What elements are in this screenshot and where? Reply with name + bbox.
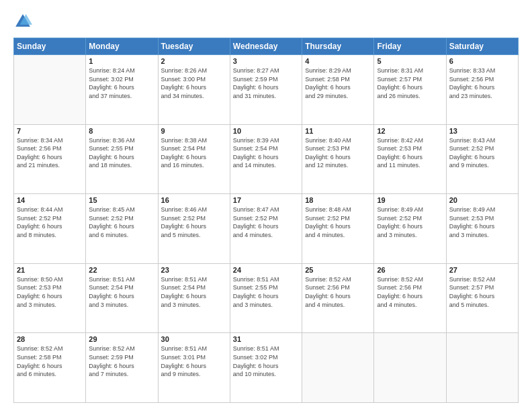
calendar-cell: 13Sunrise: 8:43 AMSunset: 2:52 PMDayligh… (446, 124, 518, 194)
day-detail: Sunrise: 8:46 AMSunset: 2:52 PMDaylight:… (161, 205, 227, 239)
calendar-cell: 16Sunrise: 8:46 AMSunset: 2:52 PMDayligh… (158, 194, 230, 264)
calendar-cell (302, 333, 374, 403)
day-number: 4 (305, 57, 371, 65)
day-detail: Sunrise: 8:29 AMSunset: 2:58 PMDaylight:… (305, 66, 371, 100)
day-number: 1 (89, 57, 154, 65)
day-number: 24 (233, 266, 299, 274)
calendar-cell: 24Sunrise: 8:51 AMSunset: 2:55 PMDayligh… (230, 263, 302, 333)
calendar-cell: 26Sunrise: 8:52 AMSunset: 2:56 PMDayligh… (374, 263, 446, 333)
calendar-cell: 10Sunrise: 8:39 AMSunset: 2:54 PMDayligh… (230, 124, 302, 194)
day-detail: Sunrise: 8:52 AMSunset: 2:59 PMDaylight:… (89, 345, 154, 378)
calendar-cell (374, 333, 446, 403)
calendar-cell: 23Sunrise: 8:51 AMSunset: 2:54 PMDayligh… (158, 263, 230, 333)
weekday-header: Tuesday (158, 38, 230, 55)
day-number: 30 (161, 335, 227, 343)
day-number: 13 (449, 127, 515, 135)
day-number: 12 (377, 127, 443, 135)
weekday-header: Wednesday (230, 38, 302, 55)
day-detail: Sunrise: 8:24 AMSunset: 3:02 PMDaylight:… (89, 66, 154, 100)
weekday-header: Thursday (302, 38, 374, 55)
day-detail: Sunrise: 8:50 AMSunset: 2:53 PMDaylight:… (17, 275, 83, 309)
day-detail: Sunrise: 8:31 AMSunset: 2:57 PMDaylight:… (377, 66, 443, 100)
calendar-cell: 7Sunrise: 8:34 AMSunset: 2:56 PMDaylight… (14, 124, 86, 194)
day-number: 10 (233, 127, 299, 135)
day-number: 28 (17, 335, 83, 343)
day-detail: Sunrise: 8:51 AMSunset: 2:55 PMDaylight:… (233, 275, 299, 309)
day-number: 19 (377, 196, 443, 204)
day-number: 15 (89, 196, 154, 204)
calendar-cell: 14Sunrise: 8:44 AMSunset: 2:52 PMDayligh… (14, 194, 86, 264)
day-detail: Sunrise: 8:36 AMSunset: 2:55 PMDaylight:… (89, 136, 154, 170)
day-detail: Sunrise: 8:47 AMSunset: 2:52 PMDaylight:… (233, 205, 299, 239)
calendar-header: SundayMondayTuesdayWednesdayThursdayFrid… (14, 38, 519, 55)
day-detail: Sunrise: 8:43 AMSunset: 2:52 PMDaylight:… (449, 136, 515, 170)
calendar-cell: 15Sunrise: 8:45 AMSunset: 2:52 PMDayligh… (86, 194, 158, 264)
weekday-header: Sunday (14, 38, 86, 55)
day-number: 26 (377, 266, 443, 274)
day-number: 21 (17, 266, 83, 274)
day-number: 25 (305, 266, 371, 274)
day-number: 2 (161, 57, 227, 65)
day-number: 18 (305, 196, 371, 204)
calendar-cell: 6Sunrise: 8:33 AMSunset: 2:56 PMDaylight… (446, 55, 518, 125)
day-number: 17 (233, 196, 299, 204)
day-detail: Sunrise: 8:33 AMSunset: 2:56 PMDaylight:… (449, 66, 515, 100)
day-detail: Sunrise: 8:51 AMSunset: 2:54 PMDaylight:… (89, 275, 154, 309)
day-detail: Sunrise: 8:52 AMSunset: 2:56 PMDaylight:… (305, 275, 371, 309)
calendar-cell: 21Sunrise: 8:50 AMSunset: 2:53 PMDayligh… (14, 263, 86, 333)
day-number: 31 (233, 335, 299, 343)
day-detail: Sunrise: 8:48 AMSunset: 2:52 PMDaylight:… (305, 205, 371, 239)
calendar-cell: 18Sunrise: 8:48 AMSunset: 2:52 PMDayligh… (302, 194, 374, 264)
day-number: 16 (161, 196, 227, 204)
calendar-cell (14, 55, 86, 125)
day-detail: Sunrise: 8:45 AMSunset: 2:52 PMDaylight:… (89, 205, 154, 239)
day-number: 14 (17, 196, 83, 204)
calendar-cell: 11Sunrise: 8:40 AMSunset: 2:53 PMDayligh… (302, 124, 374, 194)
calendar-cell: 25Sunrise: 8:52 AMSunset: 2:56 PMDayligh… (302, 263, 374, 333)
calendar-cell (446, 333, 518, 403)
calendar-week: 1Sunrise: 8:24 AMSunset: 3:02 PMDaylight… (14, 55, 519, 125)
weekday-header: Monday (86, 38, 158, 55)
calendar-cell: 22Sunrise: 8:51 AMSunset: 2:54 PMDayligh… (86, 263, 158, 333)
day-number: 7 (17, 127, 83, 135)
calendar-cell: 8Sunrise: 8:36 AMSunset: 2:55 PMDaylight… (86, 124, 158, 194)
day-detail: Sunrise: 8:27 AMSunset: 2:59 PMDaylight:… (233, 66, 299, 100)
calendar-cell: 20Sunrise: 8:49 AMSunset: 2:53 PMDayligh… (446, 194, 518, 264)
day-number: 6 (449, 57, 515, 65)
calendar-week: 28Sunrise: 8:52 AMSunset: 2:58 PMDayligh… (14, 333, 519, 403)
calendar-cell: 3Sunrise: 8:27 AMSunset: 2:59 PMDaylight… (230, 55, 302, 125)
calendar-cell: 19Sunrise: 8:49 AMSunset: 2:52 PMDayligh… (374, 194, 446, 264)
page: SundayMondayTuesdayWednesdayThursdayFrid… (0, 0, 532, 411)
calendar-cell: 31Sunrise: 8:51 AMSunset: 3:02 PMDayligh… (230, 333, 302, 403)
day-detail: Sunrise: 8:51 AMSunset: 3:01 PMDaylight:… (161, 345, 227, 378)
day-number: 3 (233, 57, 299, 65)
day-number: 11 (305, 127, 371, 135)
day-detail: Sunrise: 8:40 AMSunset: 2:53 PMDaylight:… (305, 136, 371, 170)
day-detail: Sunrise: 8:26 AMSunset: 3:00 PMDaylight:… (161, 66, 227, 100)
day-number: 22 (89, 266, 154, 274)
calendar-body: 1Sunrise: 8:24 AMSunset: 3:02 PMDaylight… (14, 55, 519, 403)
day-number: 5 (377, 57, 443, 65)
header (13, 12, 519, 31)
calendar-cell: 28Sunrise: 8:52 AMSunset: 2:58 PMDayligh… (14, 333, 86, 403)
day-number: 9 (161, 127, 227, 135)
calendar-cell: 29Sunrise: 8:52 AMSunset: 2:59 PMDayligh… (86, 333, 158, 403)
calendar-cell: 9Sunrise: 8:38 AMSunset: 2:54 PMDaylight… (158, 124, 230, 194)
weekday-header: Saturday (446, 38, 518, 55)
day-detail: Sunrise: 8:52 AMSunset: 2:58 PMDaylight:… (17, 345, 83, 378)
calendar-cell: 30Sunrise: 8:51 AMSunset: 3:01 PMDayligh… (158, 333, 230, 403)
calendar-week: 14Sunrise: 8:44 AMSunset: 2:52 PMDayligh… (14, 194, 519, 264)
calendar-week: 7Sunrise: 8:34 AMSunset: 2:56 PMDaylight… (14, 124, 519, 194)
day-detail: Sunrise: 8:42 AMSunset: 2:53 PMDaylight:… (377, 136, 443, 170)
day-number: 8 (89, 127, 154, 135)
calendar-table: SundayMondayTuesdayWednesdayThursdayFrid… (13, 38, 519, 403)
day-detail: Sunrise: 8:51 AMSunset: 2:54 PMDaylight:… (161, 275, 227, 309)
calendar-cell: 17Sunrise: 8:47 AMSunset: 2:52 PMDayligh… (230, 194, 302, 264)
calendar-cell: 5Sunrise: 8:31 AMSunset: 2:57 PMDaylight… (374, 55, 446, 125)
calendar-week: 21Sunrise: 8:50 AMSunset: 2:53 PMDayligh… (14, 263, 519, 333)
day-number: 27 (449, 266, 515, 274)
logo (13, 12, 35, 31)
calendar-cell: 4Sunrise: 8:29 AMSunset: 2:58 PMDaylight… (302, 55, 374, 125)
weekday-header: Friday (374, 38, 446, 55)
day-detail: Sunrise: 8:49 AMSunset: 2:53 PMDaylight:… (449, 205, 515, 239)
